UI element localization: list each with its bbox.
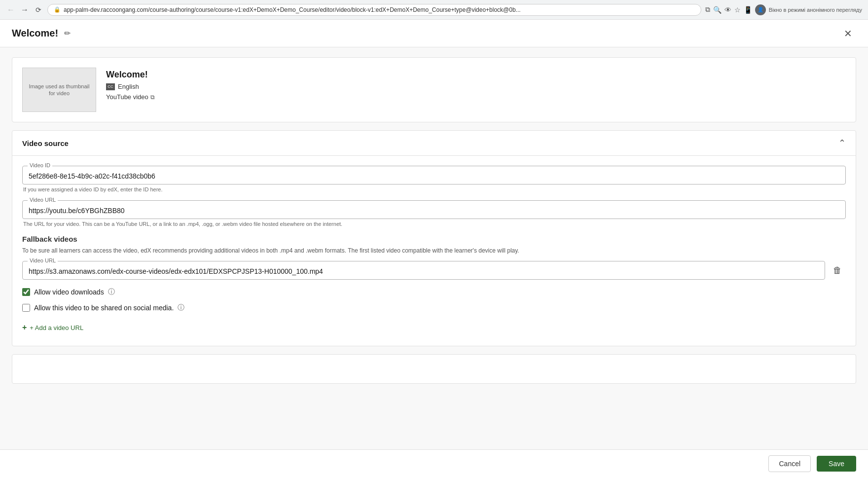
allow-social-info-icon[interactable]: ⓘ <box>178 303 184 312</box>
video-url-label: Video URL <box>28 197 58 203</box>
incognito-text: Вікно в режимі анонімного перегляду <box>769 7 862 13</box>
fallback-video-url-label: Video URL <box>28 257 58 263</box>
title-area: Welcome! ✏ <box>12 28 72 39</box>
allow-downloads-info-icon[interactable]: ⓘ <box>108 288 115 296</box>
lock-icon: 🔒 <box>54 6 61 13</box>
video-id-input[interactable] <box>29 170 839 180</box>
allow-social-row: Allow this video to be shared on social … <box>22 303 846 312</box>
video-url-input[interactable] <box>29 205 839 215</box>
page-title: Welcome! <box>12 28 58 39</box>
fallback-video-url-row: Video URL 🗑 <box>22 261 846 280</box>
video-source-section: Video source ⌃ Video ID If you were assi… <box>12 130 856 346</box>
video-source-body: Video ID If you were assigned a video ID… <box>12 156 856 346</box>
preview-card: Image used as thumbnail for video Welcom… <box>12 57 856 122</box>
video-info: Welcome! CC English YouTube video ⧉ <box>106 68 155 101</box>
youtube-link-label[interactable]: YouTube video <box>106 93 148 101</box>
eye-slash-btn[interactable]: 👁 <box>724 6 731 14</box>
fallback-video-url-wrapper: Video URL <box>22 261 825 280</box>
star-btn[interactable]: ☆ <box>734 6 741 14</box>
video-id-label: Video ID <box>28 162 52 168</box>
video-url-wrapper: Video URL <box>22 200 846 219</box>
fallback-title: Fallback videos <box>22 235 846 243</box>
main-content: Image used as thumbnail for video Welcom… <box>0 47 868 449</box>
video-id-wrapper: Video ID <box>22 166 846 184</box>
language-label: English <box>118 83 139 90</box>
add-video-url-button[interactable]: + + Add a video URL <box>22 319 83 336</box>
app-header: Welcome! ✏ ✕ <box>0 20 868 47</box>
allow-downloads-label: Allow video downloads <box>34 288 104 296</box>
allow-social-label: Allow this video to be shared on social … <box>34 304 174 312</box>
add-video-url-label: + Add a video URL <box>30 324 83 331</box>
close-button[interactable]: ✕ <box>840 26 856 41</box>
video-preview-title: Welcome! <box>106 70 155 80</box>
video-id-field: Video ID If you were assigned a video ID… <box>22 166 846 192</box>
bottom-section-card <box>12 354 856 384</box>
allow-downloads-checkbox[interactable] <box>22 288 30 296</box>
fallback-description: To be sure all learners can access the v… <box>22 246 846 255</box>
screenshot-btn[interactable]: ⧉ <box>705 5 710 14</box>
edit-title-button[interactable]: ✏ <box>62 28 72 39</box>
video-id-hint: If you were assigned a video ID by edX, … <box>22 186 846 192</box>
url-text: app-palm-dev.raccoongang.com/course-auth… <box>64 6 695 13</box>
url-bar[interactable]: 🔒 app-palm-dev.raccoongang.com/course-au… <box>47 4 701 16</box>
browser-actions: ⧉ 🔍 👁 ☆ 📱 👤 Вікно в режимі анонімного пе… <box>705 4 862 15</box>
fallback-video-url-input[interactable] <box>29 265 819 275</box>
video-source-header[interactable]: Video source ⌃ <box>12 131 856 156</box>
reload-button[interactable]: ⟳ <box>34 5 43 15</box>
device-btn[interactable]: 📱 <box>744 6 752 14</box>
incognito-avatar: 👤 <box>755 4 766 15</box>
video-link-row: YouTube video ⧉ <box>106 93 155 101</box>
external-link-icon: ⧉ <box>150 94 155 101</box>
video-language: CC English <box>106 83 155 90</box>
video-source-title: Video source <box>22 139 69 147</box>
allow-downloads-row: Allow video downloads ⓘ <box>22 288 846 296</box>
language-icon: CC <box>106 83 115 90</box>
video-thumbnail: Image used as thumbnail for video <box>22 68 96 112</box>
browser-chrome: ← → ⟳ 🔒 app-palm-dev.raccoongang.com/cou… <box>0 0 868 20</box>
back-button[interactable]: ← <box>6 5 16 15</box>
forward-button[interactable]: → <box>20 5 30 15</box>
chevron-up-icon: ⌃ <box>838 138 846 148</box>
allow-social-checkbox[interactable] <box>22 304 30 312</box>
fallback-videos-section: Fallback videos To be sure all learners … <box>22 235 846 336</box>
incognito-icon: 👤 <box>758 7 763 12</box>
zoom-btn[interactable]: 🔍 <box>713 6 722 14</box>
video-url-field: Video URL The URL for your video. This c… <box>22 200 846 227</box>
video-url-hint: The URL for your video. This can be a Yo… <box>22 221 846 227</box>
plus-icon: + <box>22 323 27 332</box>
delete-fallback-video-button[interactable]: 🗑 <box>829 261 846 280</box>
